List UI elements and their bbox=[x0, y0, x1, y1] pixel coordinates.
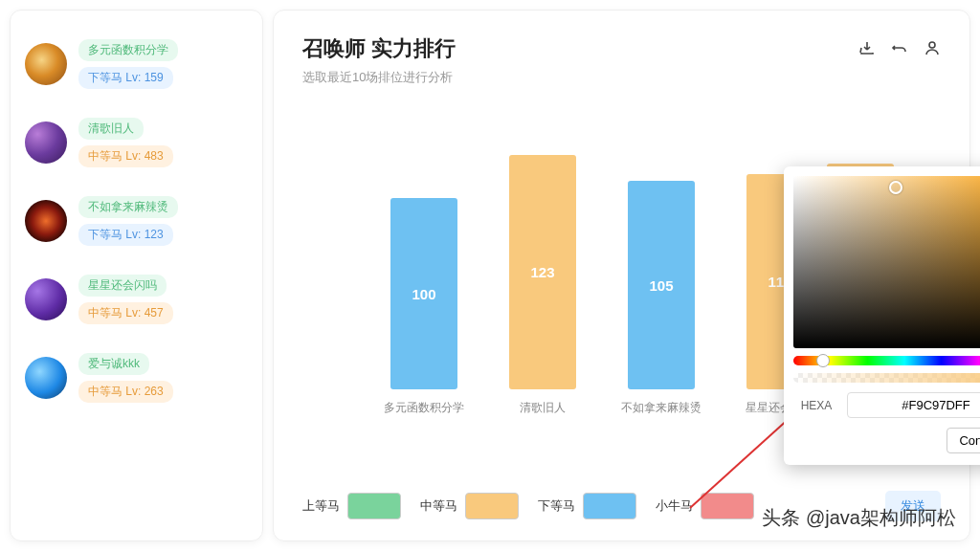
player-tier: 下等马 Lv: 123 bbox=[78, 224, 173, 246]
svg-point-0 bbox=[929, 42, 935, 48]
player-row[interactable]: 爱与诚kkk中等马 Lv: 263 bbox=[20, 343, 253, 422]
legend-item: 小牛马 bbox=[656, 493, 754, 519]
player-name: 不如拿来麻辣烫 bbox=[78, 196, 178, 218]
color-picker: HEXA Confirm bbox=[784, 166, 980, 465]
saturation-panel[interactable] bbox=[793, 176, 980, 348]
picker-cursor[interactable] bbox=[889, 181, 902, 194]
player-tier: 中等马 Lv: 263 bbox=[78, 381, 173, 403]
undo-icon[interactable] bbox=[891, 39, 908, 59]
color-swatch[interactable] bbox=[701, 493, 754, 519]
user-icon[interactable] bbox=[924, 39, 941, 59]
page-subtitle: 选取最近10场排位进行分析 bbox=[302, 69, 941, 86]
bar-label: 不如拿来麻辣烫 bbox=[618, 400, 704, 416]
legend-item: 上等马 bbox=[302, 493, 401, 519]
hex-label: HEXA bbox=[793, 399, 839, 412]
legend-item: 下等马 bbox=[538, 493, 636, 519]
hex-input[interactable] bbox=[847, 392, 980, 418]
player-tier: 中等马 Lv: 457 bbox=[78, 302, 173, 324]
chart-bar: 123 bbox=[509, 155, 576, 389]
player-tier: 中等马 Lv: 483 bbox=[78, 145, 173, 167]
player-name: 多元函数积分学 bbox=[78, 39, 178, 61]
main-panel: 召唤师 实力排行 选取最近10场排位进行分析 100多元函数积分学123清歌旧人… bbox=[273, 10, 970, 541]
player-name: 爱与诚kkk bbox=[78, 353, 149, 375]
sidebar: 多元函数积分学下等马 Lv: 159清歌旧人中等马 Lv: 483不如拿来麻辣烫… bbox=[10, 10, 263, 541]
bar-label: 清歌旧人 bbox=[500, 400, 586, 416]
avatar bbox=[25, 278, 67, 320]
page-title: 召唤师 实力排行 bbox=[302, 34, 941, 63]
legend-label: 中等马 bbox=[420, 497, 457, 515]
legend-label: 小牛马 bbox=[656, 497, 693, 515]
player-name: 清歌旧人 bbox=[78, 118, 144, 140]
hue-slider[interactable] bbox=[793, 356, 980, 365]
download-icon[interactable] bbox=[858, 39, 876, 59]
player-tier: 下等马 Lv: 159 bbox=[78, 67, 173, 89]
watermark: 头条 @java架构师阿松 bbox=[762, 505, 956, 531]
avatar bbox=[25, 121, 67, 164]
color-swatch[interactable] bbox=[465, 493, 519, 519]
alpha-slider[interactable] bbox=[793, 373, 980, 383]
chart-bar: 105 bbox=[628, 181, 695, 389]
avatar bbox=[25, 43, 67, 85]
legend-item: 中等马 bbox=[420, 493, 519, 519]
player-row[interactable]: 不如拿来麻辣烫下等马 Lv: 123 bbox=[20, 187, 253, 265]
legend-label: 下等马 bbox=[538, 497, 575, 515]
chart-bar: 100 bbox=[390, 198, 457, 389]
avatar bbox=[25, 200, 67, 242]
player-row[interactable]: 清歌旧人中等马 Lv: 483 bbox=[20, 108, 253, 187]
bar-label: 多元函数积分学 bbox=[381, 400, 467, 416]
color-swatch[interactable] bbox=[347, 493, 401, 519]
avatar bbox=[25, 357, 67, 399]
player-row[interactable]: 多元函数积分学下等马 Lv: 159 bbox=[20, 30, 253, 108]
color-swatch[interactable] bbox=[583, 493, 636, 519]
legend-label: 上等马 bbox=[302, 497, 340, 515]
hue-knob[interactable] bbox=[816, 354, 830, 367]
player-name: 星星还会闪吗 bbox=[78, 275, 167, 297]
confirm-button[interactable]: Confirm bbox=[947, 428, 980, 453]
player-row[interactable]: 星星还会闪吗中等马 Lv: 457 bbox=[20, 265, 253, 343]
